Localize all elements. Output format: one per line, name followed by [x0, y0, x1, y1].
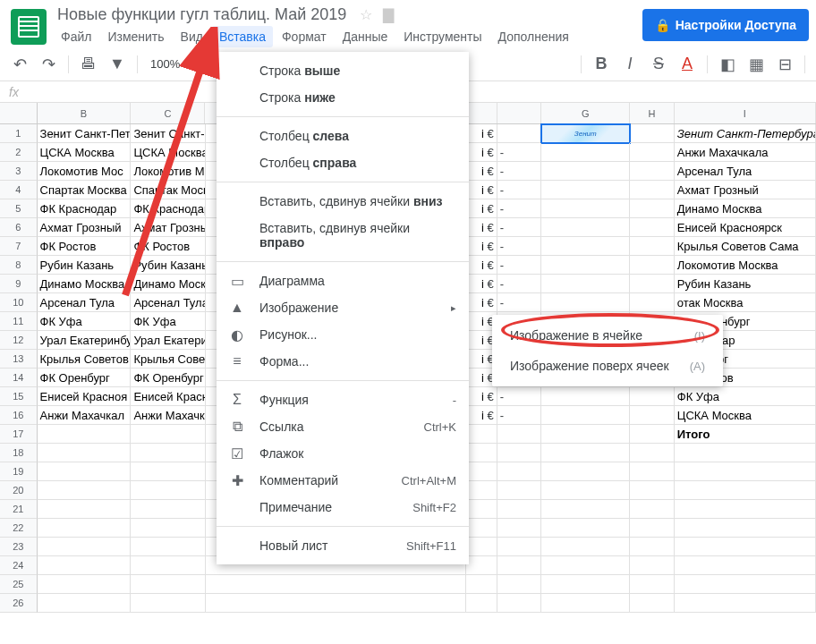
cell[interactable]	[541, 425, 630, 444]
cell[interactable]	[206, 575, 467, 594]
column-header[interactable]: B	[38, 103, 132, 123]
menu-данные[interactable]: Данные	[336, 26, 395, 47]
cell[interactable]	[630, 218, 675, 237]
row-header[interactable]: 22	[0, 519, 38, 538]
column-header[interactable]	[466, 103, 497, 123]
cell[interactable]: ФК Уфа	[38, 312, 132, 331]
row-header[interactable]: 7	[0, 237, 38, 256]
cell[interactable]	[497, 594, 542, 613]
row-header[interactable]: 26	[0, 594, 38, 613]
cell[interactable]	[466, 519, 497, 538]
cell[interactable]: і	[466, 293, 497, 312]
cell[interactable]	[630, 293, 675, 312]
cell[interactable]: Крылья Совет	[131, 350, 205, 369]
cell[interactable]	[630, 538, 675, 556]
select-all-corner[interactable]	[0, 103, 38, 123]
menu-item-столбец[interactable]: Столбец слева	[217, 123, 469, 149]
cell[interactable]	[497, 538, 542, 556]
row-header[interactable]: 18	[0, 444, 38, 462]
cell[interactable]	[630, 425, 675, 444]
cell[interactable]: -	[497, 181, 542, 199]
cell[interactable]	[466, 538, 497, 556]
cell[interactable]	[541, 500, 630, 519]
undo-icon[interactable]: ↶	[7, 55, 32, 74]
cell[interactable]	[630, 556, 675, 575]
column-header[interactable]: C	[131, 103, 205, 123]
cell[interactable]	[630, 237, 675, 256]
cell[interactable]	[38, 519, 132, 538]
star-icon[interactable]: ☆	[360, 7, 372, 22]
cell[interactable]	[466, 594, 497, 613]
cell[interactable]: -	[497, 143, 542, 162]
cell[interactable]	[630, 143, 675, 162]
cell[interactable]	[675, 556, 816, 575]
row-header[interactable]: 23	[0, 538, 38, 556]
cell[interactable]: і	[466, 406, 497, 425]
cell[interactable]: і	[466, 218, 497, 237]
menu-item-диаграмма[interactable]: ▭Диаграмма	[217, 267, 469, 294]
share-button[interactable]: 🔒 Настройки Доступа	[642, 9, 809, 41]
cell[interactable]	[38, 425, 132, 444]
cell[interactable]	[541, 406, 630, 425]
column-header[interactable]: G	[541, 103, 630, 123]
cell[interactable]	[630, 406, 675, 425]
menu-item-вставить--сдвинув-ячейки[interactable]: Вставить, сдвинув ячейки вправо	[217, 215, 469, 256]
menu-инструменты[interactable]: Инструменты	[396, 26, 489, 47]
cell[interactable]: і	[466, 124, 497, 143]
cell[interactable]	[541, 387, 630, 406]
row-header[interactable]: 11	[0, 312, 38, 331]
zoom-select[interactable]: 100%	[145, 57, 185, 71]
menu-вид[interactable]: Вид	[174, 26, 210, 47]
cell[interactable]	[675, 575, 816, 594]
cell[interactable]: ЦСКА Москва	[131, 143, 205, 162]
column-header[interactable]: H	[630, 103, 674, 123]
cell[interactable]: Енисей Красн	[131, 387, 205, 406]
cell[interactable]	[497, 124, 542, 143]
row-header[interactable]: 10	[0, 293, 38, 312]
cell[interactable]	[131, 556, 205, 575]
cell[interactable]	[541, 293, 630, 312]
cell[interactable]	[675, 500, 816, 519]
cell[interactable]	[630, 462, 675, 481]
cell[interactable]	[131, 575, 205, 594]
cell[interactable]: Анжи Махачкала	[675, 143, 816, 162]
cell[interactable]: Енисей Красноярск	[675, 218, 816, 237]
cell[interactable]: Урал Екатери	[131, 331, 205, 350]
cell[interactable]: Спартак Москва	[38, 181, 132, 199]
doc-title[interactable]: Новые функции гугл таблиц. Май 2019	[54, 4, 350, 25]
menu-формат[interactable]: Формат	[275, 26, 334, 47]
cell[interactable]	[466, 556, 497, 575]
cell[interactable]	[541, 237, 630, 256]
cell[interactable]: Крылья Советов	[38, 350, 132, 369]
cell[interactable]	[466, 481, 497, 500]
cell[interactable]: ЦСКА Москва	[38, 143, 132, 162]
cell[interactable]: Динамо Москва	[38, 275, 132, 293]
cell[interactable]: ФК Краснодар	[131, 199, 205, 218]
cell[interactable]: Динамо Москва	[675, 199, 816, 218]
cell[interactable]	[630, 594, 675, 613]
cell[interactable]	[38, 575, 132, 594]
cell[interactable]	[541, 594, 630, 613]
cell[interactable]: Анжи Махачкал	[38, 406, 132, 425]
cell[interactable]: Локомотив Москва	[675, 256, 816, 275]
cell[interactable]: Локомотив М	[131, 162, 205, 181]
cell[interactable]	[630, 500, 675, 519]
cell[interactable]	[38, 500, 132, 519]
cell[interactable]: Арсенал Тула	[38, 293, 132, 312]
cell[interactable]	[630, 275, 675, 293]
submenu-item[interactable]: Изображение поверх ячеек(A)	[492, 351, 723, 381]
cell[interactable]	[630, 519, 675, 538]
cell[interactable]: Ахмат Грозный	[675, 181, 816, 199]
cell[interactable]: і	[466, 387, 497, 406]
cell[interactable]	[131, 481, 205, 500]
cell[interactable]	[630, 124, 675, 143]
cell[interactable]	[497, 462, 542, 481]
cell[interactable]: Ахмат Грозный	[38, 218, 132, 237]
cell[interactable]	[630, 481, 675, 500]
cell[interactable]	[497, 519, 542, 538]
cell[interactable]	[206, 594, 467, 613]
cell[interactable]	[131, 462, 205, 481]
row-header[interactable]: 15	[0, 387, 38, 406]
cell[interactable]	[675, 538, 816, 556]
cell[interactable]: Зенит Санкт-Пет	[38, 124, 132, 143]
